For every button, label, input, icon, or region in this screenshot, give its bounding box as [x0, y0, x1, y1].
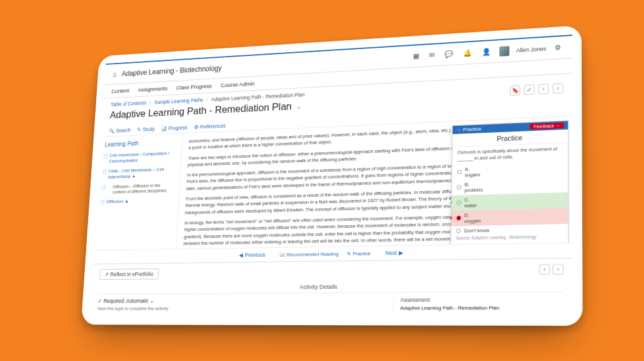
next-topic-button[interactable]: ›	[553, 83, 564, 94]
nav-course-admin[interactable]: Course Admin	[221, 80, 255, 88]
lower-next-button[interactable]: ›	[553, 264, 564, 274]
gear-icon[interactable]: ⚙	[553, 42, 564, 54]
assessment-heading: Assessment	[400, 296, 564, 303]
expand-button[interactable]: ⤢	[524, 84, 535, 95]
chat-icon[interactable]: 💬	[443, 48, 455, 60]
tab-progress[interactable]: 📊 Progress	[161, 125, 187, 131]
prev-topic-button[interactable]: ‹	[538, 84, 549, 94]
tab-study[interactable]: ✎ Study	[137, 126, 155, 133]
radio-icon	[457, 201, 461, 205]
crumb-sep: ›	[206, 97, 208, 103]
nav-class-progress[interactable]: Class Progress	[176, 82, 212, 91]
profile-icon[interactable]: 👤	[480, 46, 493, 58]
radio-icon	[457, 185, 461, 189]
sidebar-heading: Learning Path	[104, 138, 177, 148]
chevron-down-icon: ⌄	[150, 297, 155, 304]
practice-prev-tab[interactable]: ← Practice	[457, 126, 482, 133]
practice-next-tab[interactable]: Feedback →	[530, 123, 564, 130]
next-button[interactable]: Next ▶	[386, 250, 403, 257]
sidebar-item[interactable]: Diffusion – Diffusion in the context of …	[101, 180, 175, 197]
user-name[interactable]: Allen Jones	[516, 45, 547, 53]
lower-prev-button[interactable]: ‹	[539, 264, 550, 275]
practice-panel: ← Practice Feedback → Practice Osmosis i…	[450, 120, 569, 250]
required-automatic[interactable]: Required: Automatic ⌄	[97, 297, 393, 304]
avatar[interactable]	[499, 46, 509, 57]
crumb-toc[interactable]: Table of Contents	[111, 100, 147, 108]
option-d-selected-wrong[interactable]: D.oxygen	[452, 208, 569, 226]
tab-search[interactable]: 🔍 Search	[109, 127, 131, 134]
activity-details-heading: Activity Details	[99, 281, 564, 291]
sidebar-item[interactable]: Diffusion ▲	[101, 196, 174, 208]
home-icon[interactable]: ⌂	[113, 70, 117, 78]
reco-reading-link[interactable]: 📖 Recommended Reading	[279, 251, 338, 257]
sidebar-item[interactable]: Cells - Cell Membrane – Cell Interaction…	[103, 164, 176, 182]
assessment-item[interactable]: Adaptive Learning Path - Remediation Pla…	[400, 305, 564, 311]
prev-button[interactable]: ◀ Previous	[239, 252, 265, 258]
bookmark-button[interactable]: 🔖	[510, 85, 521, 96]
learning-path-sidebar: Learning Path Cell membrane / Compositio…	[94, 133, 183, 250]
crumb-sep: ›	[149, 99, 151, 105]
tab-preferences[interactable]: ⚙ Preferences	[194, 123, 226, 130]
bell-icon[interactable]: 🔔	[462, 47, 474, 59]
radio-icon	[457, 216, 461, 220]
nav-content[interactable]: Content	[111, 87, 130, 95]
radio-icon	[457, 170, 462, 174]
title-dropdown-icon[interactable]: ⌄	[296, 103, 301, 109]
nav-assignments[interactable]: Assignments	[138, 85, 168, 93]
mail-icon[interactable]: ✉	[427, 49, 436, 61]
required-subtext: View this topic to complete this activit…	[97, 305, 394, 311]
course-title[interactable]: Adaptive Learning - Biotechnology	[121, 64, 221, 77]
radio-icon	[456, 228, 460, 233]
reflect-eportfolio-button[interactable]: ↗ Reflect in ePortfolio	[99, 269, 159, 280]
apps-icon[interactable]: ▦	[411, 50, 421, 62]
practice-link[interactable]: ✎ Practice	[347, 250, 371, 257]
option-dontknow[interactable]: Don't know	[451, 223, 568, 235]
